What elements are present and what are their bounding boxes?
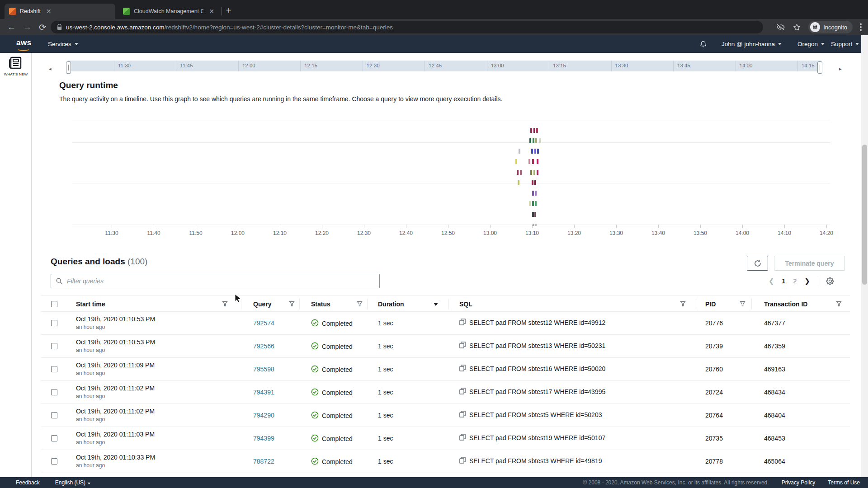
- page-next-icon[interactable]: ❯: [804, 277, 810, 285]
- query-mark[interactable]: [532, 180, 533, 185]
- gear-icon[interactable]: [826, 277, 835, 286]
- query-mark[interactable]: [532, 201, 534, 206]
- query-mark[interactable]: [533, 170, 535, 175]
- query-mark[interactable]: [529, 138, 531, 143]
- filter-funnel-icon[interactable]: [680, 301, 686, 307]
- query-mark[interactable]: [533, 224, 534, 226]
- query-mark[interactable]: [529, 201, 531, 206]
- table-row[interactable]: Oct 19th, 2020 01:10:53 PMan hour ago792…: [41, 312, 850, 335]
- query-mark[interactable]: [533, 128, 535, 133]
- query-mark[interactable]: [519, 149, 520, 154]
- page-number-2[interactable]: 2: [793, 277, 797, 285]
- filter-funnel-icon[interactable]: [740, 301, 745, 307]
- tab-cloudwatch[interactable]: CloudWatch Management Con ✕: [118, 4, 219, 19]
- sidebar-item-whats-new[interactable]: WHAT'S NEW: [0, 56, 32, 76]
- query-id-link[interactable]: 788722: [253, 458, 274, 465]
- table-row[interactable]: Oct 19th, 2020 01:11:02 PMan hour ago794…: [41, 381, 850, 404]
- copy-icon[interactable]: [459, 434, 466, 442]
- copy-icon[interactable]: [459, 411, 466, 419]
- query-mark[interactable]: [532, 212, 534, 217]
- row-checkbox[interactable]: [51, 366, 57, 372]
- row-checkbox[interactable]: [51, 458, 57, 465]
- col-status[interactable]: Status: [311, 296, 330, 312]
- sort-descending-icon[interactable]: [434, 303, 438, 306]
- filter-funnel-icon[interactable]: [836, 301, 842, 307]
- reload-icon[interactable]: ⟳: [39, 22, 46, 33]
- query-id-link[interactable]: 794290: [253, 412, 274, 419]
- back-icon[interactable]: ←: [7, 22, 16, 32]
- refresh-button[interactable]: [747, 256, 768, 271]
- notifications-bell[interactable]: [699, 35, 707, 53]
- query-id-link[interactable]: 794399: [253, 435, 274, 442]
- row-checkbox[interactable]: [51, 343, 57, 349]
- aws-logo[interactable]: aws: [16, 38, 32, 51]
- query-mark[interactable]: [535, 224, 537, 226]
- page-scrollbar[interactable]: [861, 35, 868, 477]
- url-bar[interactable]: us-west-2.console.aws.amazon.com/redshif…: [51, 21, 763, 33]
- query-mark[interactable]: [534, 149, 536, 154]
- query-mark[interactable]: [533, 138, 534, 143]
- query-mark[interactable]: [517, 170, 519, 175]
- pan-right-icon[interactable]: ▸: [839, 66, 842, 72]
- query-mark[interactable]: [520, 170, 522, 175]
- query-mark[interactable]: [530, 128, 532, 133]
- query-mark[interactable]: [537, 170, 538, 175]
- region-menu[interactable]: Oregon: [797, 35, 825, 53]
- bookmark-star-icon[interactable]: [793, 23, 801, 32]
- forward-icon[interactable]: →: [23, 22, 32, 32]
- page-number-1[interactable]: 1: [782, 277, 786, 285]
- close-tab-icon[interactable]: ✕: [209, 8, 214, 14]
- copy-icon[interactable]: [459, 342, 466, 350]
- query-mark[interactable]: [531, 149, 533, 154]
- row-checkbox[interactable]: [51, 412, 57, 418]
- timeline-scrubber[interactable]: 11:3011:4512:0012:1512:3012:4513:0013:15…: [68, 61, 821, 71]
- tab-redshift[interactable]: Redshift ✕: [5, 4, 115, 19]
- col-transaction-id[interactable]: Transaction ID: [764, 296, 807, 312]
- query-mark[interactable]: [535, 138, 537, 143]
- feedback-link[interactable]: Feedback: [16, 479, 40, 486]
- query-id-link[interactable]: 794391: [253, 389, 274, 396]
- col-pid[interactable]: PID: [705, 296, 716, 312]
- query-mark[interactable]: [534, 180, 536, 185]
- query-mark[interactable]: [518, 180, 519, 185]
- table-row[interactable]: Oct 19th, 2020 01:11:09 PMan hour ago795…: [41, 358, 850, 381]
- table-row[interactable]: Oct 19th, 2020 01:10:53 PMan hour ago792…: [41, 335, 850, 358]
- query-mark[interactable]: [534, 212, 536, 217]
- col-duration[interactable]: Duration: [378, 296, 404, 312]
- row-checkbox[interactable]: [51, 320, 57, 326]
- table-row[interactable]: Oct 19th, 2020 01:11:02 PMan hour ago794…: [41, 404, 850, 427]
- query-mark[interactable]: [537, 149, 539, 154]
- query-mark[interactable]: [532, 159, 534, 164]
- query-runtime-chart[interactable]: 11:3011:4011:5012:0012:1012:2012:3012:40…: [72, 120, 830, 237]
- table-row[interactable]: Oct 19th, 2020 01:11:03 PMan hour ago794…: [41, 427, 850, 450]
- copy-icon[interactable]: [459, 365, 466, 373]
- col-query[interactable]: Query: [253, 296, 271, 312]
- new-tab-button[interactable]: +: [226, 6, 231, 15]
- filter-queries-input[interactable]: [67, 277, 375, 285]
- filter-funnel-icon[interactable]: [357, 301, 363, 307]
- close-tab-icon[interactable]: ✕: [46, 8, 52, 14]
- query-mark[interactable]: [535, 201, 537, 206]
- scrollbar-thumb[interactable]: [862, 145, 867, 285]
- pan-left-icon[interactable]: ◂: [49, 66, 52, 72]
- query-id-link[interactable]: 795598: [253, 366, 274, 373]
- browser-menu-icon[interactable]: [860, 23, 862, 31]
- query-mark[interactable]: [528, 159, 530, 164]
- copy-icon[interactable]: [459, 388, 466, 396]
- query-mark[interactable]: [539, 138, 541, 143]
- select-all-checkbox[interactable]: [51, 301, 57, 307]
- copy-icon[interactable]: [459, 319, 466, 327]
- filter-funnel-icon[interactable]: [222, 301, 228, 307]
- table-row[interactable]: Oct 19th, 2020 01:10:33 PMan hour ago788…: [41, 450, 850, 473]
- copy-icon[interactable]: [459, 457, 466, 465]
- query-mark[interactable]: [515, 159, 517, 164]
- filter-funnel-icon[interactable]: [289, 301, 295, 307]
- support-menu[interactable]: Support: [831, 35, 859, 53]
- query-id-link[interactable]: 792574: [253, 319, 274, 327]
- terms-of-use-link[interactable]: Terms of Use: [828, 479, 860, 486]
- row-checkbox[interactable]: [51, 435, 57, 441]
- terminate-query-button[interactable]: Terminate query: [774, 256, 845, 271]
- scrubber-left-handle[interactable]: [66, 61, 71, 74]
- query-mark[interactable]: [535, 191, 537, 196]
- page-prev-icon[interactable]: ❮: [769, 277, 774, 285]
